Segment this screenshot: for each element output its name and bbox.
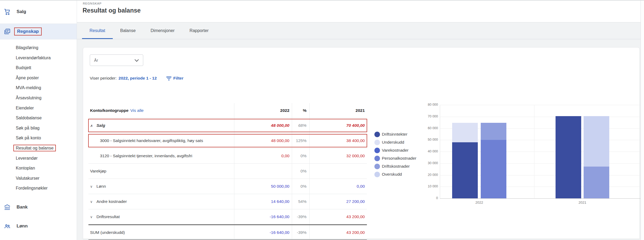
y-gridline-70000 [440, 117, 641, 117]
sidebar-item-fordelingsnøkler[interactable]: Fordelingsnøkler [0, 183, 77, 193]
value-2021: 70 400,00 [309, 118, 367, 133]
row-chevron-icon[interactable]: ∨ [90, 184, 96, 188]
y-tick-label: 50 000 [423, 138, 438, 141]
sidebar-item-leverandørfaktura[interactable]: Leverandørfaktura [0, 53, 77, 63]
row-chevron-icon[interactable]: ∨ [90, 200, 96, 204]
value-2022: 48 000,00 [234, 118, 292, 133]
row-label: Driftsresultat [96, 214, 120, 219]
value-2021: 38 400,00 [309, 133, 367, 148]
row-label: Lønn [96, 184, 106, 189]
sidebar-item-saldobalanse[interactable]: Saldobalanse [0, 113, 77, 123]
y-gridline-0 [440, 198, 641, 199]
sidebar-item-resultat-og-balanse[interactable]: Resultat og balanse [0, 143, 77, 153]
table-row-lønn[interactable]: ∨Lønn 50 000,00 0% 0,00 [88, 179, 367, 194]
legend-item-driftsinntekter[interactable]: Driftsinntekter [374, 130, 416, 138]
sidebar-item-årsavslutning[interactable]: Årsavslutning [0, 93, 77, 103]
legend-label: Underskudd [382, 140, 404, 145]
sidebar-item-regnskap-label: Regnskap [14, 27, 42, 36]
filter-button[interactable]: Filter [166, 76, 184, 81]
filter-button-label: Filter [173, 76, 184, 81]
people-icon [4, 223, 11, 230]
value-percent: 0% [292, 164, 309, 179]
bank-icon [4, 204, 11, 211]
sidebar-item-leverandør[interactable]: Leverandør [0, 153, 77, 163]
y-tick-label: 80 000 [423, 103, 438, 107]
sidebar-item-kontoplan[interactable]: Kontoplan [0, 163, 77, 173]
chart-vertical-line [440, 105, 440, 198]
legend-swatch [374, 140, 380, 145]
x-tick-label-2022: 2022 [469, 200, 490, 204]
legend-label: Driftsinntekter [382, 132, 408, 137]
period-type-dropdown[interactable]: År [90, 54, 143, 66]
vis-alle-link[interactable]: Vis alle [130, 108, 144, 113]
sidebar-item-salg[interactable]: Salg [0, 0, 77, 24]
tab-dimensjoner[interactable]: Dimensjoner [143, 22, 182, 39]
sidebar-item-søk-på-bilag[interactable]: Søk på bilag [0, 123, 77, 133]
legend-item-overskudd[interactable]: Overskudd [374, 170, 416, 178]
legend-item-underskudd[interactable]: Underskudd [374, 138, 416, 146]
value-2021: 27 200,00 [309, 194, 367, 209]
legend-item-personalkostnader[interactable]: Personalkostnader [374, 154, 416, 162]
sidebar-item-budsjett[interactable]: Budsjett [0, 63, 77, 73]
row-chevron-icon[interactable]: ∨ [90, 215, 96, 219]
value-percent: 125% [292, 133, 309, 148]
table-row-3120[interactable]: 3120 - Salgsinntekt tjenester, innenland… [88, 148, 367, 164]
legend-swatch [374, 148, 380, 153]
sidebar-item-mva-melding[interactable]: MVA-melding [0, 83, 77, 93]
chart-legend: Driftsinntekter Underskudd Varekostnader… [374, 130, 416, 178]
legend-swatch [374, 132, 380, 137]
table-row-varekjøp[interactable]: Varekjøp 0% [88, 164, 367, 179]
tab-rapporter[interactable]: Rapporter [182, 22, 216, 39]
bar-personalkostnader-2022 [481, 140, 506, 198]
legend-swatch [374, 164, 380, 169]
value-2021: 43 200,00 [309, 225, 367, 240]
vertical-scrollbar[interactable] [641, 0, 644, 240]
value-2021 [309, 164, 367, 179]
legend-label: Varekostnader [382, 148, 409, 153]
legend-item-driftskostnader[interactable]: Driftskostnader [374, 162, 416, 170]
window-top-edge [0, 0, 644, 1]
value-2022: -16 640,00 [234, 225, 292, 240]
legend-item-varekostnader[interactable]: Varekostnader [374, 146, 416, 154]
sidebar-item-valutakurser[interactable]: Valutakurser [0, 173, 77, 183]
column-header-konto: Konto/kontogruppe Vis alle [88, 103, 234, 118]
table-row-3000[interactable]: 3000 - Salgsinntekt handelsvarer, avgift… [88, 133, 367, 148]
row-label: Andre kostnader [96, 199, 127, 204]
tab-resultat[interactable]: Resultat [82, 22, 113, 39]
bar-underskudd-2022 [452, 123, 478, 142]
y-tick-label: 0 [423, 196, 438, 200]
bar-driftskostnader-2022 [481, 123, 506, 140]
tab-balanse[interactable]: Balanse [113, 22, 143, 39]
value-percent: 68% [292, 118, 309, 133]
sidebar-item-regnskap[interactable]: Regnskap [0, 24, 77, 40]
sidebar-item-åpne-poster[interactable]: Åpne poster [0, 73, 77, 83]
table-row-sum[interactable]: SUM (underskudd) -16 640,00 -39% 43 200,… [88, 225, 367, 240]
table-row-driftsresultat[interactable]: ∨Driftsresultat -16 640,00 -39% 43 200,0… [88, 209, 367, 225]
sidebar-item-eiendeler[interactable]: Eiendeler [0, 103, 77, 113]
bar-driftsinntekter-2021 [556, 116, 581, 198]
sidebar-item-lonn[interactable]: Lønn [0, 220, 77, 232]
y-tick-label: 30 000 [423, 161, 438, 165]
value-percent: 0% [292, 179, 309, 194]
row-label: Varekjøp [90, 169, 106, 174]
value-2021: 0,00 [309, 179, 367, 194]
sidebar-item-bilagsføring[interactable]: Bilagsføring [0, 43, 77, 53]
sidebar-item-bank[interactable]: Bank [0, 201, 77, 213]
table-row-andre[interactable]: ∨Andre kostnader 14 640,00 54% 27 200,00 [88, 194, 367, 209]
sidebar-item-søk-på-konto[interactable]: Søk på konto [0, 133, 77, 143]
column-header-2022: 2022 [234, 103, 292, 118]
value-percent: -39% [292, 225, 309, 240]
chart-vertical-line [534, 105, 534, 198]
bar-driftskostnader-2021 [584, 167, 609, 198]
table-row-salg[interactable]: ∧Salg 48 000,00 68% 70 400,00 [88, 118, 367, 133]
sidebar: Salg Regnskap BilagsføringLeverandørfakt… [0, 0, 77, 240]
row-chevron-icon[interactable]: ∧ [90, 124, 96, 128]
value-2022: 14 640,00 [234, 194, 292, 209]
value-2021: 43 200,00 [309, 209, 367, 224]
result-table: Konto/kontogruppe Vis alle 2022 % 2021 ∧… [88, 103, 367, 240]
table-header-row: Konto/kontogruppe Vis alle 2022 % 2021 [88, 103, 367, 118]
y-tick-label: 70 000 [423, 115, 438, 118]
bar-driftsinntekter-2022 [452, 142, 478, 198]
shopping-cart-icon [4, 8, 11, 15]
period-range-link[interactable]: 2022, periode 1 - 12 [119, 76, 157, 81]
